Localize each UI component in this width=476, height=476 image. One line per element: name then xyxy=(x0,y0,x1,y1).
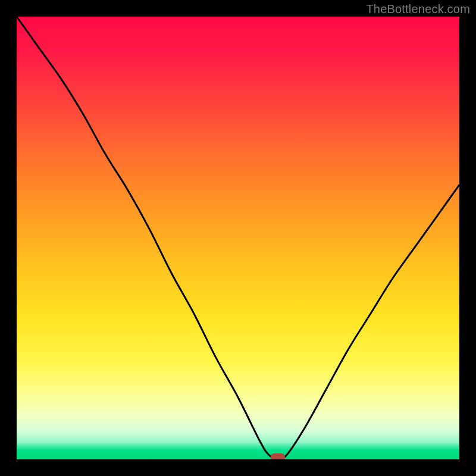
plot-area xyxy=(17,17,459,459)
watermark-text: TheBottleneck.com xyxy=(366,2,470,16)
optimum-marker xyxy=(271,453,285,459)
chart-frame: TheBottleneck.com xyxy=(0,0,476,476)
bottleneck-curve xyxy=(17,17,459,459)
chart-svg xyxy=(17,17,459,459)
